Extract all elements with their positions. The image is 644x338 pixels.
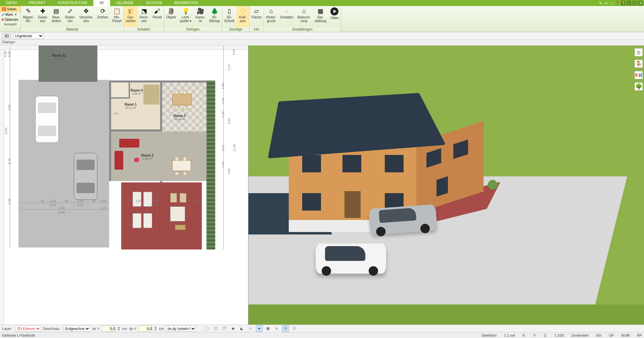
snap-grid-icon[interactable]: ◈ bbox=[256, 325, 263, 332]
ribbon-abgreifen[interactable]: ✎Abgrei- fen bbox=[21, 6, 36, 27]
ribbon-kamera[interactable]: 🎥Kame- ra bbox=[193, 6, 207, 27]
view-mode-tag[interactable]: 3D bbox=[2, 33, 11, 39]
mark-tool[interactable]: ☍Mark.▼ bbox=[0, 12, 20, 17]
ribbon-drehen[interactable]: ⟳Drehen bbox=[95, 6, 110, 27]
layer-label: Layer : bbox=[2, 327, 13, 331]
status-selection: Selektion bbox=[481, 333, 497, 337]
ribbon-schattenset[interactable]: ☼Schatten bbox=[278, 6, 295, 27]
ribbon-3dschnitt[interactable]: ▯3D- Schnitt bbox=[222, 6, 237, 27]
snap-point-icon[interactable]: ◆ bbox=[230, 325, 236, 332]
ribbon-flaeche[interactable]: ▱Fläche bbox=[249, 6, 264, 27]
ribbon-hintergrund[interactable]: ⌂Hinter- grund bbox=[264, 6, 278, 27]
status-uf: UF bbox=[609, 333, 614, 337]
grid-icon[interactable]: ▦ bbox=[265, 325, 271, 332]
clock-icon[interactable]: 🕒 bbox=[203, 325, 210, 332]
ribbon-lichtquelle[interactable]: 💡Licht- quelle ▾ bbox=[178, 6, 193, 27]
status-scale: 1:100 bbox=[555, 333, 564, 337]
2d-plan-view[interactable]: 6,00 5,00 4,69 10,81 5,76 2,26 Raum 2138… bbox=[0, 46, 248, 325]
status-unit: Zentimeter bbox=[571, 333, 589, 337]
toolbar-icon-1[interactable]: ✎ bbox=[598, 1, 603, 5]
dx-spinner[interactable]: ▲▼ bbox=[118, 326, 120, 331]
window-maximize[interactable]: □ bbox=[632, 1, 637, 5]
garage bbox=[39, 46, 97, 82]
furniture-icon[interactable]: 🪑 bbox=[635, 60, 643, 68]
floor-select[interactable]: Erdgeschos bbox=[63, 326, 90, 332]
menu-tab-3d[interactable]: 3D bbox=[93, 0, 110, 6]
snap-mid-icon[interactable]: ◇ bbox=[247, 325, 254, 332]
car-white-2d bbox=[35, 96, 59, 143]
ribbon-skalieren[interactable]: ⤢Skalie- ren bbox=[63, 6, 78, 27]
terrain-select[interactable]: Urgelände bbox=[13, 33, 44, 39]
room1-label: Raum 120,11 m² bbox=[125, 103, 137, 109]
ribbon-darstellung[interactable]: ▦Dar- stellung bbox=[313, 6, 328, 27]
ribbon-group-info: Info bbox=[249, 27, 264, 32]
toolbar-icon-4[interactable]: ❓ bbox=[615, 1, 620, 5]
ribbon-zuweisen[interactable]: ✚Zuwei- sen bbox=[36, 6, 50, 27]
house-outline: Raum 42,89 m² Raum 120,11 m² Raum 325,10… bbox=[109, 80, 206, 181]
coord-mode-select[interactable]: dx,dy (relativ ka bbox=[166, 326, 196, 332]
layers-icon[interactable]: ≣ bbox=[635, 48, 643, 56]
ribbon-group-material: Material bbox=[21, 27, 124, 32]
toolbar-icon-2[interactable]: ▭ bbox=[604, 1, 608, 5]
help-icon[interactable]: ? bbox=[621, 1, 626, 5]
ribbon-group-einstellungen: Einstellungen bbox=[264, 27, 341, 32]
car-grey-2d bbox=[74, 153, 97, 200]
ribbon-video[interactable]: Video bbox=[328, 6, 341, 27]
menu-tab-gelände[interactable]: GELÄNDE bbox=[110, 0, 140, 6]
window-close[interactable]: ✕ bbox=[638, 1, 643, 5]
menu-tab-datei[interactable]: DATEI bbox=[0, 0, 23, 6]
ribbon-hinpinsel[interactable]: 📋Hin. Pinsel bbox=[110, 6, 124, 27]
car-grey-3d bbox=[369, 204, 438, 235]
dialoge-label: Dialoge: bbox=[2, 40, 15, 44]
hash-icon[interactable]: # bbox=[273, 325, 280, 332]
toolbar-icon-3[interactable]: ⬚ bbox=[609, 1, 614, 5]
ribbon-kollision[interactable]: ⚇Kolli- sion bbox=[236, 6, 249, 27]
dx-input[interactable] bbox=[101, 326, 116, 332]
stack-icon[interactable]: ❐ bbox=[221, 325, 228, 332]
status-num: NUM bbox=[621, 333, 630, 337]
dy-spinner[interactable]: ▲▼ bbox=[154, 326, 157, 331]
screen-icon[interactable]: 🖵 bbox=[212, 325, 219, 332]
room21-label: Raum 2138,83 m² bbox=[52, 54, 66, 60]
status-y: Y: bbox=[533, 333, 537, 337]
ribbon-3dbitmap[interactable]: 🌲3D- Bitmap bbox=[208, 6, 222, 27]
status-z: Z: bbox=[544, 333, 547, 337]
menu-tab-sichten[interactable]: SICHTEN bbox=[140, 0, 168, 6]
ribbon-bearbeiten[interactable]: ▤Bear- beiten bbox=[50, 6, 63, 27]
tree-icon[interactable]: 🌳 bbox=[635, 82, 643, 91]
menu-tab-bearbeiten[interactable]: BEARBEITEN bbox=[168, 0, 204, 6]
ruler-vertical bbox=[0, 46, 4, 325]
ribbon-group-sonstige: Sonstige bbox=[222, 27, 249, 32]
ribbon-group-schatten: Schatten bbox=[124, 27, 164, 32]
room4-label: Raum 42,89 m² bbox=[131, 89, 143, 95]
3d-view[interactable]: ≣ 🪑 🌳 bbox=[248, 46, 644, 325]
menu-tab-konstruktion[interactable]: KONSTRUKTION bbox=[52, 0, 93, 6]
group-auswahl: Auswahl bbox=[0, 22, 20, 27]
ribbon-beleuchtung[interactable]: ⌂Beleuch- tung bbox=[295, 6, 313, 27]
menu-tab-projekt[interactable]: PROJEKT bbox=[23, 0, 52, 6]
ribbon-pinsel[interactable]: 🖌Pinsel bbox=[150, 6, 164, 27]
status-ein: Ein bbox=[596, 333, 602, 337]
select-tool[interactable]: Selekt. bbox=[0, 6, 20, 12]
options-tool[interactable]: ✚Optionen bbox=[0, 17, 20, 22]
window-minimize[interactable]: – bbox=[627, 1, 631, 5]
ribbon-rechnen[interactable]: ⬔Rech- nen bbox=[138, 6, 151, 27]
ribbon-verschieben[interactable]: ✥Verschie- ben bbox=[77, 6, 95, 27]
ribbon-darstellen[interactable]: ◧Dar- stellen bbox=[124, 6, 138, 27]
floor-label: Geschoss : bbox=[43, 327, 61, 331]
ribbon-group-einfügen: Einfügen bbox=[164, 27, 222, 32]
hedge-right bbox=[206, 80, 215, 249]
info-icon[interactable]: ⓘ bbox=[291, 325, 297, 332]
status-scale-sel: 1:1 sel bbox=[504, 333, 515, 337]
dy-input[interactable] bbox=[138, 326, 152, 332]
room2-label: Raum 26,45 m² bbox=[141, 154, 153, 160]
ribbon-objekt[interactable]: 🗿Objekt bbox=[164, 6, 178, 27]
room3-label: Raum 325,10 m² bbox=[174, 114, 186, 121]
palette-icon[interactable] bbox=[635, 71, 643, 79]
layer-select[interactable]: 2D-Elemen bbox=[15, 326, 41, 332]
north-icon[interactable]: Ⓝ bbox=[282, 325, 289, 332]
status-rf: RF bbox=[637, 333, 642, 337]
dx-label: dx = bbox=[92, 327, 99, 331]
dy-label: dy = bbox=[129, 327, 136, 331]
snap-end-icon[interactable]: ◣ bbox=[238, 325, 245, 332]
